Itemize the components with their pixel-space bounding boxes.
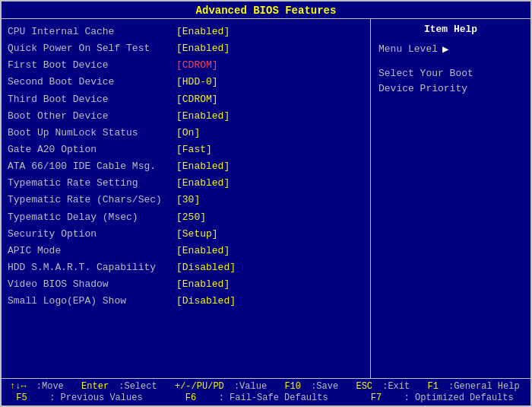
row-value: [Setup] [176,227,218,242]
footer-key: +/-/PU/PD [175,381,224,392]
row-label: Typematic Delay (Msec) [8,210,175,225]
table-row[interactable]: First Boot Device[CDROM] [8,57,364,74]
footer-desc: :Move [36,381,64,392]
row-value: [Enabled] [176,176,230,191]
row-value: [30] [176,192,200,208]
table-row[interactable]: CPU Internal Cache[Enabled] [8,24,364,40]
footer-row: F5: Previous Values F6: Fail-Safe Defaul… [6,393,526,403]
footer-row: ↑↓↔:Move Enter:Select +/-/PU/PD:Value F1… [6,381,526,392]
table-row[interactable]: Typematic Rate Setting[Enabled] [8,175,364,192]
row-label: Gate A20 Option [8,142,175,157]
footer-desc: : Previous Values [49,393,142,403]
row-label: Second Boot Device [8,75,175,90]
footer-desc: :Exit [382,381,410,392]
footer-desc: :Save [311,381,338,392]
row-label: Security Option [8,227,175,242]
table-row[interactable]: Quick Power On Self Test[Enabled] [8,40,364,57]
table-row[interactable]: Second Boot Device[HDD-0] [8,74,364,91]
row-value: [Enabled] [176,41,230,56]
row-label: HDD S.M.A.R.T. Capability [8,260,175,275]
row-value: [On] [176,126,200,141]
right-panel: Item Help Menu Level ▶ Select Your Boot … [371,19,530,378]
help-text: Select Your Boot Device Priority [378,66,523,96]
row-label: Typematic Rate (Chars/Sec) [8,192,175,208]
footer-key: ↑↓↔ [10,381,27,392]
table-row[interactable]: Boot Up NumLock Status[On] [8,125,364,141]
footer-key: F1 [428,381,439,392]
row-value: [CDROM] [176,92,218,107]
row-label: Boot Up NumLock Status [8,126,175,141]
row-label: ATA 66/100 IDE Cable Msg. [8,159,175,174]
row-value: [Enabled] [176,243,230,259]
row-value: [250] [176,210,206,225]
menu-level-arrow: ▶ [442,43,448,56]
footer-key: F10 [284,381,301,392]
footer-key: F7 [371,393,382,403]
footer-key: Enter [81,381,109,392]
page-title: Advanced BIOS Features [196,5,337,17]
table-row[interactable]: APIC Mode[Enabled] [8,243,364,259]
table-row[interactable]: Third Boot Device[CDROM] [8,91,364,108]
row-label: First Boot Device [8,58,175,73]
bios-window: Advanced BIOS Features CPU Internal Cach… [0,0,532,407]
table-row[interactable]: Video BIOS Shadow[Enabled] [8,276,364,293]
help-line1: Select Your Boot [378,68,473,79]
item-help-title: Item Help [378,24,523,35]
table-row[interactable]: Typematic Delay (Msec)[250] [8,209,364,226]
table-row[interactable]: Gate A20 Option[Fast] [8,141,364,158]
footer-desc: :Value [234,381,267,392]
row-value: [Enabled] [176,277,230,292]
footer-desc: :General Help [448,381,520,392]
row-value: [Enabled] [176,109,230,124]
table-row[interactable]: ATA 66/100 IDE Cable Msg.[Enabled] [8,158,364,175]
row-label: Quick Power On Self Test [8,41,175,56]
row-value: [HDD-0] [176,75,218,90]
row-label: Small Logo(EPA) Show [8,294,175,309]
footer: ↑↓↔:Move Enter:Select +/-/PU/PD:Value F1… [2,378,530,405]
row-value: [Enabled] [176,24,230,40]
footer-desc: : Fail-Safe Defaults [219,393,328,403]
row-label: Third Boot Device [8,92,175,107]
left-panel: CPU Internal Cache[Enabled]Quick Power O… [2,19,371,378]
table-row[interactable]: Boot Other Device[Enabled] [8,108,364,125]
row-label: APIC Mode [8,243,175,259]
row-label: Boot Other Device [8,109,175,124]
footer-key: ESC [356,381,372,392]
menu-level-row: Menu Level ▶ [378,43,523,56]
title-bar: Advanced BIOS Features [2,2,530,19]
row-value: [CDROM] [176,58,218,73]
row-label: Video BIOS Shadow [8,277,175,292]
row-value: [Enabled] [176,159,230,174]
footer-key: F6 [185,393,196,403]
footer-desc: : Optimized Defaults [404,393,514,403]
help-line2: Device Priority [378,83,467,94]
table-row[interactable]: Security Option[Setup] [8,226,364,243]
menu-level-label: Menu Level [378,43,438,55]
row-value: [Disabled] [176,294,236,309]
row-label: CPU Internal Cache [8,24,175,40]
table-row[interactable]: HDD S.M.A.R.T. Capability[Disabled] [8,259,364,276]
main-area: CPU Internal Cache[Enabled]Quick Power O… [2,19,530,378]
table-row[interactable]: Small Logo(EPA) Show[Disabled] [8,293,364,310]
table-row[interactable]: Typematic Rate (Chars/Sec)[30] [8,192,364,208]
row-label: Typematic Rate Setting [8,176,175,191]
row-value: [Fast] [176,142,212,157]
footer-key: F5 [16,393,27,403]
row-value: [Disabled] [176,260,236,275]
footer-desc: :Select [119,381,157,392]
